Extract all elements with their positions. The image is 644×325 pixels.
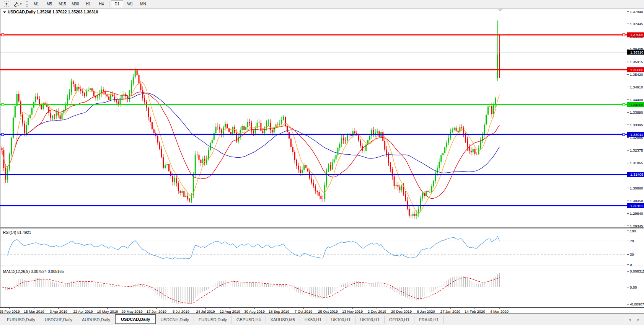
candle-body (131, 83, 132, 92)
candle-body (41, 105, 42, 109)
price-badge-label: 1.30152 (630, 204, 643, 208)
tab-usdcad-daily[interactable]: USDCAD,Daily (115, 314, 156, 324)
candle-body (414, 214, 416, 216)
timeframe-m30[interactable]: M30 (69, 0, 82, 8)
candle-body (91, 88, 93, 91)
line-handle[interactable] (623, 34, 625, 36)
candle-body (330, 165, 331, 170)
candle-body (133, 77, 134, 83)
date-axis-label: 8 Jan 2020 (417, 309, 435, 314)
timeframe-m1[interactable]: M1 (30, 0, 42, 8)
tab-usdchf-daily[interactable]: USDCHF,Daily (40, 316, 77, 323)
macd-axis-label: 0.008315 (630, 269, 644, 273)
candle-body (268, 123, 269, 123)
candle-body (185, 196, 186, 197)
line-handle[interactable] (2, 34, 4, 36)
timeframe-w1[interactable]: W1 (124, 0, 136, 8)
candle-body (411, 216, 412, 216)
tab-ger30-h1[interactable]: GER30,H1 (385, 316, 414, 323)
toolbar-grip-handle[interactable] (26, 1, 28, 7)
candle-body (448, 138, 449, 143)
candle-body (165, 165, 166, 168)
candle-body (390, 163, 391, 169)
text-label-tool-button[interactable]: T (2, 1, 11, 8)
candle-body (227, 124, 228, 128)
candle-body (382, 132, 383, 141)
date-axis-label: 7 Oct 2019 (295, 309, 312, 314)
candle-body (352, 131, 354, 136)
candle-body (283, 117, 284, 120)
timeframe-h4[interactable]: H4 (95, 0, 108, 8)
timeframe-m5[interactable]: M5 (43, 0, 55, 8)
candle-body (88, 90, 89, 91)
candle-body (86, 91, 87, 96)
tab-gbpusd-h4[interactable]: GBPUSD,H4 (232, 316, 266, 323)
candle-body (199, 155, 200, 160)
candle-body (384, 141, 385, 150)
candle-body (317, 191, 318, 192)
candle-body (491, 106, 492, 114)
tab-eurusd-daily[interactable]: EURUSD,Daily (2, 316, 40, 323)
candle-body (24, 123, 25, 133)
candle-body (170, 171, 171, 176)
candle-body (396, 185, 397, 186)
chart-plot-area[interactable] (0, 9, 627, 227)
candle-body (377, 131, 378, 132)
tab-uk100-h1[interactable]: UK100,H1 (355, 316, 385, 323)
tab-usdcnh-daily[interactable]: USDCNH,Daily (156, 316, 194, 323)
tab-fra40-h1[interactable]: FRA40,H1 (414, 316, 443, 323)
candle-body (405, 194, 406, 201)
tab-uk100-h1[interactable]: UK100,H1 (326, 316, 355, 323)
candle-body (71, 82, 72, 93)
tab-audusd-daily[interactable]: AUDUSD,Daily (77, 316, 115, 323)
tab-scroll-left-icon[interactable]: ◄ (628, 318, 631, 322)
candle-body (478, 149, 479, 154)
top-toolbar: T ▼ M1M5M15M30H1H4D1W1MN (0, 0, 644, 8)
tab-xauusd-m5[interactable]: XAUUSD,M5 (266, 316, 300, 323)
candle-body (429, 192, 430, 192)
candle-body (409, 209, 410, 216)
line-handle[interactable] (2, 133, 4, 136)
rsi-indicator-label: RSI(14) 81.4921 (3, 230, 31, 235)
date-axis-label: 30 Aug 2019 (244, 309, 264, 314)
timeframe-m15[interactable]: M15 (56, 0, 68, 8)
cursor-tool-button[interactable]: ▼ (11, 1, 25, 8)
candle-body (473, 149, 474, 153)
candle-body (452, 130, 453, 132)
candle-body (35, 96, 36, 102)
candle-body (433, 181, 434, 186)
chevron-down-icon: ▼ (20, 3, 22, 5)
candle-body (487, 106, 489, 114)
chart-title-ohlc: USDCAD,Daily 1.35268 1.37022 1.35263 1.3… (8, 10, 98, 14)
candle-body (82, 91, 83, 93)
line-handle[interactable] (2, 103, 4, 106)
tab-scroll-right-icon[interactable]: ► (637, 318, 640, 322)
tab-hk50-h1[interactable]: HK50,H1 (300, 316, 327, 323)
rsi-axis-label: 100 (630, 229, 636, 233)
candle-body (392, 169, 393, 176)
candle-body (255, 128, 256, 134)
line-handle[interactable] (623, 103, 625, 106)
candle-body (399, 186, 400, 190)
candle-body (412, 214, 414, 216)
date-axis-label: 25 Feb 2019 (0, 309, 20, 314)
timeframe-button-group: M1M5M15M30H1H4D1W1MN (30, 0, 150, 8)
candle-body (9, 154, 10, 169)
candle-body (150, 117, 151, 122)
price-badge-label: 1.31405 (630, 172, 643, 176)
timeframe-mn[interactable]: MN (137, 0, 149, 8)
candle-body (290, 139, 292, 147)
candle-body (401, 186, 402, 191)
tab-eurusd-daily[interactable]: EURUSD,Daily (194, 316, 232, 323)
current-price-label: 1.36310 (630, 50, 643, 54)
toolbar-separator (151, 1, 151, 7)
chart-area[interactable]: 1.379401.374451.369351.364251.359151.354… (0, 8, 644, 314)
price-axis-label: 1.32375 (630, 148, 643, 152)
timeframe-h1[interactable]: H1 (82, 0, 95, 8)
candle-body (320, 196, 321, 199)
timeframe-d1[interactable]: D1 (111, 0, 123, 8)
candle-body (16, 94, 18, 106)
candle-body (407, 201, 408, 209)
candle-body (427, 191, 429, 192)
line-handle[interactable] (623, 133, 625, 136)
